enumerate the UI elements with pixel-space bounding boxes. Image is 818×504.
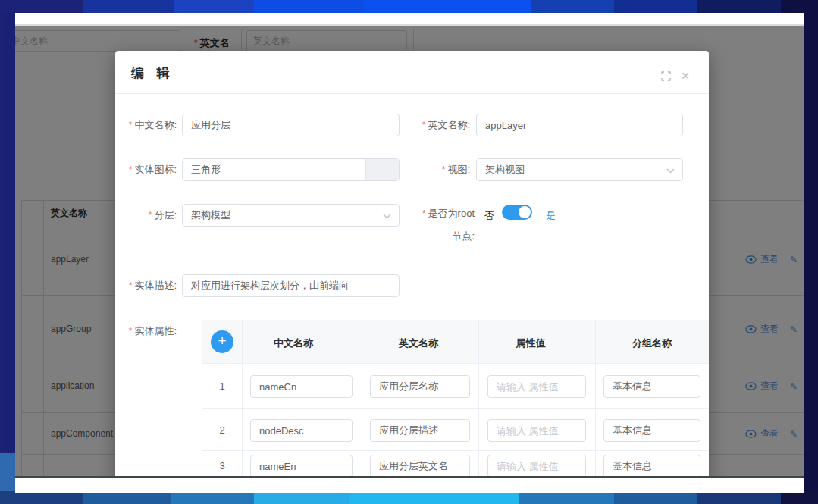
entity-desc-label: *实体描述: bbox=[115, 274, 177, 297]
cn-name-label: *中文名称: bbox=[115, 114, 177, 136]
attr-group-input[interactable] bbox=[603, 419, 700, 442]
screenshot-bottom-edge bbox=[15, 476, 804, 478]
fullscreen-icon[interactable] bbox=[660, 70, 671, 81]
attr-name-en-input[interactable] bbox=[370, 419, 470, 442]
chevron-down-icon bbox=[666, 168, 675, 174]
entity-icon-input[interactable] bbox=[183, 159, 363, 180]
attr-name-cn-input[interactable] bbox=[250, 375, 353, 398]
top-decor-strip bbox=[0, 0, 818, 13]
attr-row-index: 1 bbox=[202, 380, 242, 392]
attr-col-name-en: 英文名称 bbox=[399, 337, 438, 350]
attr-group-input[interactable] bbox=[603, 375, 700, 398]
app-page: *英文名 英文名称 appLayer appGroup application … bbox=[15, 24, 804, 476]
toggle-on-text: 是 bbox=[546, 209, 556, 223]
layer-select[interactable]: 架构模型 bbox=[182, 204, 400, 227]
layer-label: *分层: bbox=[115, 204, 177, 227]
attr-value-input[interactable] bbox=[487, 455, 586, 476]
attr-table-header: 中文名称 英文名称 属性值 分组名称 bbox=[202, 320, 709, 363]
bottom-decor-strip bbox=[0, 491, 818, 504]
edit-dialog: 编 辑 ✕ *中文名称: *英文名称: *实体图标: bbox=[115, 51, 709, 476]
attr-row-index: 3 bbox=[202, 460, 242, 471]
entity-desc-input[interactable] bbox=[182, 274, 400, 297]
dialog-title: 编 辑 bbox=[131, 64, 174, 82]
attr-col-group: 分组名称 bbox=[632, 337, 672, 350]
attr-table: 中文名称 英文名称 属性值 分组名称 + 1 bbox=[202, 320, 709, 476]
attr-col-name-cn: 中文名称 bbox=[274, 337, 313, 350]
attr-value-input[interactable] bbox=[487, 419, 586, 442]
attr-value-input[interactable] bbox=[487, 375, 586, 398]
screenshot-card: *英文名 英文名称 appLayer appGroup application … bbox=[15, 13, 804, 493]
close-icon[interactable]: ✕ bbox=[680, 70, 691, 81]
en-name-input[interactable] bbox=[476, 114, 683, 136]
view-select[interactable]: 架构视图 bbox=[476, 158, 683, 181]
add-attr-button[interactable]: + bbox=[211, 330, 233, 353]
en-name-label: *英文名称: bbox=[379, 114, 470, 136]
attr-name-cn-input[interactable] bbox=[250, 455, 353, 476]
desktop-frame: *英文名 英文名称 appLayer appGroup application … bbox=[0, 0, 818, 504]
attr-name-en-input[interactable] bbox=[370, 455, 470, 476]
cn-name-input[interactable] bbox=[182, 114, 400, 136]
attr-row-index: 2 bbox=[202, 424, 242, 436]
chevron-down-icon bbox=[383, 214, 391, 219]
dialog-header: 编 辑 ✕ bbox=[115, 51, 709, 94]
entity-icon-field bbox=[182, 158, 400, 181]
attr-col-value: 属性值 bbox=[516, 337, 546, 350]
attr-group-input[interactable] bbox=[603, 455, 700, 476]
attr-name-en-input[interactable] bbox=[370, 375, 470, 398]
attr-name-cn-input[interactable] bbox=[250, 419, 353, 442]
toggle-off-text: 否 bbox=[484, 209, 494, 223]
is-root-label: *是否为root节点: bbox=[418, 202, 475, 248]
entity-attrs-label: *实体属性: bbox=[115, 320, 177, 343]
entity-icon-label: *实体图标: bbox=[115, 158, 177, 181]
view-label: *视图: bbox=[379, 158, 470, 181]
is-root-toggle[interactable] bbox=[502, 205, 532, 220]
